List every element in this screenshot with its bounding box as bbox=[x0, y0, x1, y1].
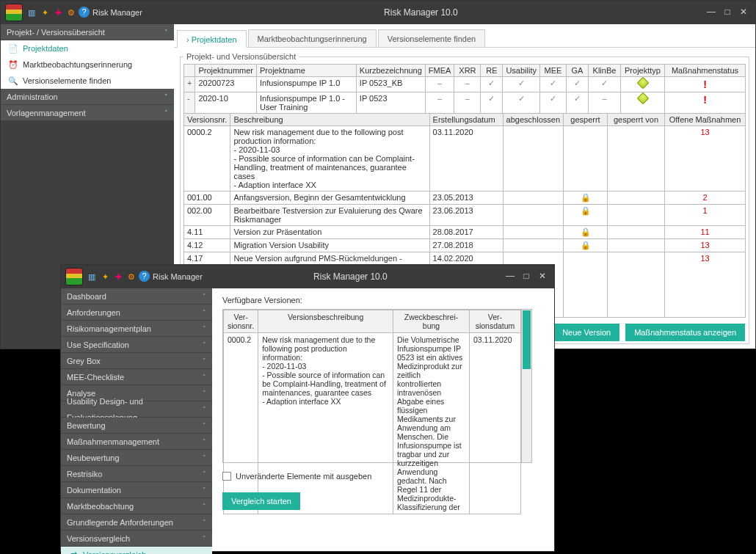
tool-icon-2[interactable]: ✦ bbox=[39, 7, 51, 18]
tool-icon-3[interactable]: ✚ bbox=[112, 271, 124, 283]
chevron-down-icon: ˅ bbox=[203, 321, 206, 337]
sidebar-section[interactable]: Marktbeobachtung ˅ bbox=[61, 498, 212, 514]
sidebar-section[interactable]: Bewertung ˅ bbox=[61, 418, 212, 434]
version-row[interactable]: 001.00 Anfangsversion, Beginn der Gesamt… bbox=[184, 192, 746, 205]
chevron-down-icon: ˅ bbox=[203, 288, 206, 305]
chevron-down-icon: ˅ bbox=[203, 369, 206, 385]
sidebar-section[interactable]: Grundlegende Anforderungen ˅ bbox=[61, 514, 212, 531]
version-row[interactable]: 0000.2 New risk management due to the fo… bbox=[184, 126, 746, 192]
sidebar-section-administration[interactable]: Administration ˅ bbox=[1, 89, 174, 105]
sidebar-section[interactable]: Use Specification ˅ bbox=[61, 337, 212, 353]
tool-icon-3[interactable]: ✚ bbox=[52, 7, 64, 18]
check-icon bbox=[518, 94, 525, 103]
sidebar-section[interactable]: Dokumentation ˅ bbox=[61, 482, 212, 498]
sidebar-section[interactable]: Usability Design- und Evaluationsplanung… bbox=[61, 401, 212, 418]
expand-toggle[interactable]: - bbox=[184, 92, 195, 114]
version-row[interactable]: 4.11 Version zur Präsentation 28.08.2017… bbox=[184, 226, 746, 239]
maximize-button[interactable]: □ bbox=[520, 271, 532, 282]
col-ga[interactable]: GA bbox=[567, 65, 589, 77]
project-row[interactable]: - 2020-10 Infusionspumpe IP 1.0 - User T… bbox=[184, 92, 746, 114]
col-mee[interactable]: MEE bbox=[540, 65, 567, 77]
col-kurz[interactable]: Kurzbezeichnung bbox=[356, 65, 425, 77]
version-header-row: Versionsnr. Beschreibung Erstellungsdatu… bbox=[184, 114, 746, 126]
close-button[interactable]: ✕ bbox=[537, 271, 548, 282]
col-re[interactable]: RE bbox=[481, 65, 503, 77]
col-beschreibung[interactable]: Beschreibung bbox=[230, 114, 429, 126]
tool-icon-2[interactable]: ✦ bbox=[99, 271, 111, 283]
sidebar-section[interactable]: Neubewertung ˅ bbox=[61, 450, 212, 466]
sidebar-section-projekt[interactable]: Projekt- / Versionsübersicht ˄ bbox=[1, 24, 174, 40]
unchanged-elements-checkbox[interactable]: Unveränderte Elemente mit ausgeben bbox=[222, 472, 532, 481]
start-compare-button[interactable]: Vergleich starten bbox=[222, 492, 300, 510]
tool-icon-4[interactable]: ⚙ bbox=[126, 271, 137, 283]
sidebar-section[interactable]: Restrisiko ˅ bbox=[61, 466, 212, 482]
col-mstat[interactable]: Maßnahmenstatus bbox=[665, 65, 746, 77]
version-row[interactable]: 002.00 Bearbeitbare Testversion zur Eval… bbox=[184, 205, 746, 226]
version-row[interactable]: 4.12 Migration Version Usability 27.08.2… bbox=[184, 239, 746, 252]
tool-icon-4[interactable]: ⚙ bbox=[65, 7, 77, 18]
col-versionsdatum[interactable]: Ver- sionsdatum bbox=[470, 310, 521, 333]
col-versionsbeschreibung[interactable]: Versionsbeschreibung bbox=[258, 310, 393, 333]
project-row[interactable]: + 20200723 Infusionspumpe IP 1.0 IP 0523… bbox=[184, 77, 746, 92]
cell-gesperrtvon bbox=[608, 192, 665, 205]
version-row[interactable]: 0000.2 New risk management due to the fo… bbox=[224, 333, 521, 514]
col-abgeschlossen[interactable]: abgeschlossen bbox=[503, 114, 563, 126]
sidebar-section[interactable]: MEE-Checkliste ˅ bbox=[61, 369, 212, 385]
chevron-up-icon: ˄ bbox=[203, 531, 206, 547]
sidebar-item-versionselemente[interactable]: 🔍 Versionselemente finden bbox=[1, 73, 174, 89]
tool-icon-1[interactable]: ▥ bbox=[86, 271, 98, 283]
sidebar-section[interactable]: Risikomanagementplan ˅ bbox=[61, 321, 212, 337]
cell-gesperrt bbox=[564, 252, 608, 318]
close-button[interactable]: ✕ bbox=[738, 7, 749, 18]
cell-beschreibung: Bearbeitbare Testversion zur Evaluierung… bbox=[230, 205, 429, 226]
maximize-button[interactable]: □ bbox=[722, 7, 733, 18]
sidebar-item-marktbeobachtung[interactable]: ⏰ Marktbeobachtungserinnerung bbox=[1, 57, 174, 73]
tab-marktbeobachtung[interactable]: Marktbeobachtungserinnerung bbox=[248, 29, 377, 47]
tool-icon-1[interactable]: ▥ bbox=[26, 7, 37, 18]
sidebar-section-label: Grey Box bbox=[67, 353, 101, 369]
cell-projektnummer: 20200723 bbox=[195, 77, 257, 92]
scrollbar-thumb[interactable] bbox=[523, 310, 531, 369]
col-usab[interactable]: Usability bbox=[503, 65, 540, 77]
sidebar-section[interactable]: Maßnahmenmanagement ˅ bbox=[61, 434, 212, 450]
lock-icon bbox=[581, 193, 591, 202]
chevron-down-icon: ˅ bbox=[203, 305, 206, 321]
cell-versionsnr: 001.00 bbox=[184, 192, 230, 205]
app-logo-icon bbox=[5, 4, 23, 21]
col-klinbe[interactable]: KlinBe bbox=[589, 65, 621, 77]
sidebar-section[interactable]: Grey Box ˅ bbox=[61, 353, 212, 369]
help-icon[interactable]: ? bbox=[139, 271, 150, 282]
sidebar-item-versionsvergleich[interactable]: ⇄ Versionsvergleich bbox=[61, 547, 212, 554]
col-projektnummer[interactable]: Projektnummer bbox=[195, 65, 257, 77]
col-gesperrtvon[interactable]: gesperrt von bbox=[608, 114, 665, 126]
col-gesperrt[interactable]: gesperrt bbox=[564, 114, 608, 126]
col-versionsnr[interactable]: Versionsnr. bbox=[184, 114, 230, 126]
tab-projektdaten[interactable]: Projektdaten bbox=[177, 30, 247, 48]
col-erstellung[interactable]: Erstellungsdatum bbox=[429, 114, 503, 126]
minimize-button[interactable]: — bbox=[705, 7, 717, 18]
col-fmea[interactable]: FMEA bbox=[425, 65, 454, 77]
col-versionsnr[interactable]: Ver- sionsnr. bbox=[224, 310, 258, 333]
cell-gesperrt bbox=[564, 126, 608, 192]
vertical-scrollbar[interactable] bbox=[521, 310, 531, 462]
expand-toggle[interactable]: + bbox=[184, 77, 195, 92]
sidebar-section-versionsvergleich[interactable]: Versionsvergleich ˄ bbox=[61, 531, 212, 547]
sidebar-section[interactable]: Dashboard ˅ bbox=[61, 288, 212, 305]
col-zweck[interactable]: Zweckbeschrei- bung bbox=[393, 310, 470, 333]
help-icon[interactable]: ? bbox=[79, 7, 90, 18]
tab-versionselemente[interactable]: Versionselemente finden bbox=[378, 29, 485, 47]
chevron-down-icon: ˅ bbox=[203, 418, 206, 434]
sidebar-item-projektdaten[interactable]: 📄 Projektdaten bbox=[1, 40, 174, 57]
check-icon bbox=[550, 79, 556, 87]
new-version-button[interactable]: Neue Version bbox=[553, 324, 619, 341]
minimize-button[interactable]: — bbox=[504, 271, 516, 282]
col-offene[interactable]: Offene Maßnahmen bbox=[665, 114, 746, 126]
col-projektname[interactable]: Projektname bbox=[257, 65, 357, 77]
show-status-button[interactable]: Maßnahmenstatus anzeigen bbox=[625, 324, 745, 341]
sidebar-section-vorlagen[interactable]: Vorlagenmanagement ˅ bbox=[1, 105, 174, 121]
sidebar-section[interactable]: Anforderungen ˅ bbox=[61, 305, 212, 321]
cell-abgeschlossen bbox=[503, 126, 563, 192]
cell-versionsnr: 0000.2 bbox=[184, 126, 230, 192]
col-ptype[interactable]: Projekttyp bbox=[621, 65, 665, 77]
col-xrr[interactable]: XRR bbox=[454, 65, 481, 77]
